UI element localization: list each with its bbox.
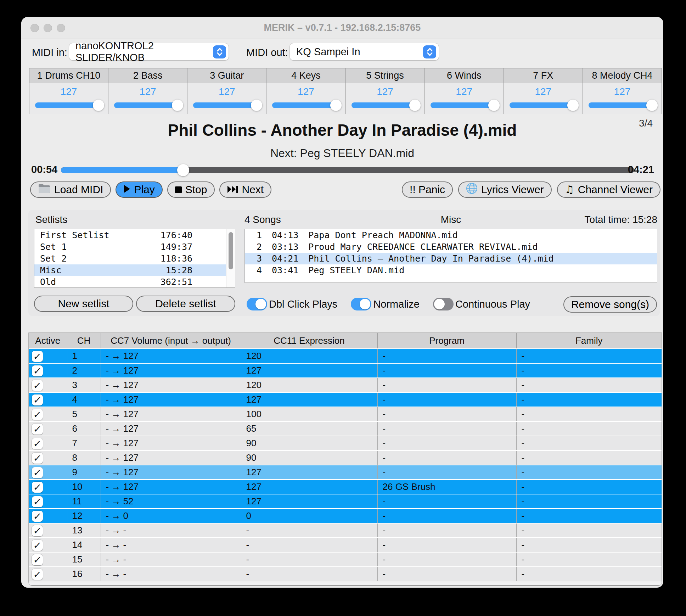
channel-number-cell: 3 <box>67 378 101 392</box>
channel-row[interactable]: ✓ 2 - → 127 127 - - <box>29 363 662 378</box>
current-song-title: Phil Collins - Another Day In Paradise (… <box>21 121 663 140</box>
channel-row[interactable]: ✓ 12 - → 0 0 - - <box>29 509 662 523</box>
slider-thumb[interactable] <box>93 100 104 111</box>
slider-thumb[interactable] <box>646 100 658 111</box>
play-button[interactable]: Play <box>116 181 162 198</box>
normalize-toggle[interactable]: Normalize <box>351 298 420 310</box>
channel-row[interactable]: ✓ 8 - → 127 90 - - <box>29 450 662 465</box>
channel-active-checkbox[interactable]: ✓ <box>32 525 43 536</box>
slider-thumb[interactable] <box>567 100 579 111</box>
load-midi-button[interactable]: Load MIDI <box>30 181 111 198</box>
channel-row[interactable]: ✓ 16 - → - - - - <box>29 567 662 581</box>
channel-active-checkbox[interactable]: ✓ <box>32 424 43 435</box>
toggle-switch[interactable] <box>433 298 454 310</box>
new-setlist-button[interactable]: New setlist <box>34 296 133 312</box>
mixer-volume-slider[interactable] <box>352 102 419 108</box>
remove-songs-button[interactable]: Remove song(s) <box>563 296 657 313</box>
mixer-volume-slider[interactable] <box>114 102 181 108</box>
progress-bar[interactable] <box>61 167 634 173</box>
family-cell: - <box>516 363 662 378</box>
setlist-item[interactable]: First Setlist 176:40 <box>34 229 235 241</box>
setlist-scrollbar[interactable] <box>226 229 235 287</box>
cc11-cell: 127 <box>241 392 377 407</box>
midi-in-select[interactable]: nanoKONTROL2 SLIDER/KNOB <box>69 43 229 60</box>
mixer-volume-slider[interactable] <box>193 102 260 108</box>
cc7-cell: - → 127 <box>101 363 241 378</box>
song-item[interactable]: 3 04:21 Phil Collins – Another Day In Pa… <box>245 253 657 264</box>
toggle-switch[interactable] <box>351 298 371 310</box>
next-button[interactable]: Next <box>219 181 271 198</box>
mixer-channel-4: 4 Keys 127 <box>266 68 345 114</box>
channel-viewer-button[interactable]: ♫ Channel Viewer <box>557 181 660 198</box>
channel-number-cell: 5 <box>67 407 101 421</box>
channel-row[interactable]: ✓ 10 - → 127 127 26 GS Brush - <box>29 480 662 494</box>
slider-thumb[interactable] <box>251 100 262 111</box>
slider-thumb[interactable] <box>409 100 421 111</box>
channel-row[interactable]: ✓ 7 - → 127 90 - - <box>29 436 662 450</box>
setlist-item[interactable]: Set 2 118:36 <box>34 253 235 264</box>
channel-active-checkbox[interactable]: ✓ <box>32 409 43 420</box>
channel-row[interactable]: ✓ 1 - → 127 120 - - <box>29 349 662 363</box>
panic-button[interactable]: !! Panic <box>402 181 453 198</box>
family-cell: - <box>516 538 662 552</box>
channel-active-checkbox[interactable]: ✓ <box>32 554 43 565</box>
horizontal-scrollbar[interactable] <box>29 582 662 586</box>
channel-active-checkbox[interactable]: ✓ <box>32 380 43 391</box>
family-cell: - <box>516 407 662 421</box>
checkmark-icon: ✓ <box>33 439 42 448</box>
checkmark-icon: ✓ <box>33 497 42 506</box>
channel-active-checkbox[interactable]: ✓ <box>32 365 43 376</box>
channel-row[interactable]: ✓ 15 - → - - - - <box>29 552 662 567</box>
mixer-volume-slider[interactable] <box>510 102 577 108</box>
delete-setlist-button[interactable]: Delete setlist <box>136 296 235 312</box>
total-time: 04:21 <box>628 164 654 175</box>
cc7-cell: - → 127 <box>101 421 241 436</box>
song-item[interactable]: 4 03:41 Peg STEELY DAN.mid <box>245 264 657 276</box>
slider-thumb[interactable] <box>488 100 500 111</box>
setlist-item[interactable]: Set 1 149:37 <box>34 241 235 253</box>
scrollbar-thumb[interactable] <box>229 232 233 269</box>
song-item[interactable]: 1 04:13 Papa Dont Preach MADONNA.mid <box>245 229 657 241</box>
channel-active-checkbox[interactable]: ✓ <box>32 394 43 405</box>
mixer-volume-slider[interactable] <box>272 102 339 108</box>
mixer-volume-slider[interactable] <box>35 102 102 108</box>
setlist-item[interactable]: Old 362:51 <box>34 276 235 288</box>
channel-row[interactable]: ✓ 6 - → 127 65 - - <box>29 421 662 436</box>
channel-row[interactable]: ✓ 5 - → 127 100 - - <box>29 407 662 421</box>
channel-active-checkbox[interactable]: ✓ <box>32 540 43 551</box>
channel-active-checkbox[interactable]: ✓ <box>32 496 43 507</box>
channel-active-checkbox[interactable]: ✓ <box>32 511 43 522</box>
setlist-listbox: First Setlist 176:40 Set 1 149:37 Set 2 … <box>34 229 235 288</box>
mixer-volume-slider[interactable] <box>589 102 656 108</box>
header-ch: CH <box>67 333 101 349</box>
channel-row[interactable]: ✓ 14 - → - - - - <box>29 538 662 552</box>
channel-active-checkbox[interactable]: ✓ <box>32 482 43 493</box>
channel-active-checkbox[interactable]: ✓ <box>32 467 43 478</box>
lyrics-viewer-button[interactable]: Lyrics Viewer <box>458 181 552 198</box>
dbl-click-plays-toggle[interactable]: Dbl Click Plays <box>247 298 337 310</box>
channel-row[interactable]: ✓ 13 - → - - - - <box>29 523 662 538</box>
mixer-volume-slider[interactable] <box>431 102 498 108</box>
song-item[interactable]: 2 03:13 Proud Mary CREEDANCE CLEARWATER … <box>245 241 657 253</box>
channel-active-checkbox[interactable]: ✓ <box>32 351 43 362</box>
channel-row[interactable]: ✓ 3 - → 127 120 - - <box>29 378 662 392</box>
channel-row[interactable]: ✓ 9 - → 127 127 - - <box>29 465 662 480</box>
stop-button[interactable]: Stop <box>167 181 215 198</box>
cc11-cell: - <box>241 552 377 567</box>
channel-row[interactable]: ✓ 11 - → 52 127 - - <box>29 494 662 509</box>
continuous-play-toggle[interactable]: Continuous Play <box>433 298 530 310</box>
channel-active-checkbox[interactable]: ✓ <box>32 438 43 449</box>
channel-active-checkbox[interactable]: ✓ <box>32 569 43 580</box>
slider-thumb[interactable] <box>330 100 342 111</box>
checkmark-icon: ✓ <box>33 424 42 434</box>
checkmark-icon: ✓ <box>33 526 42 536</box>
channel-row[interactable]: ✓ 4 - → 127 127 - - <box>29 392 662 407</box>
channel-active-checkbox[interactable]: ✓ <box>32 453 43 464</box>
progress-thumb[interactable] <box>177 164 189 176</box>
midi-out-select[interactable]: KQ Sampei In <box>290 43 439 60</box>
family-cell: - <box>516 480 662 494</box>
toggle-switch[interactable] <box>247 298 267 310</box>
slider-thumb[interactable] <box>172 100 183 111</box>
setlist-item[interactable]: Misc 15:28 <box>34 264 235 276</box>
program-cell: - <box>377 552 516 567</box>
